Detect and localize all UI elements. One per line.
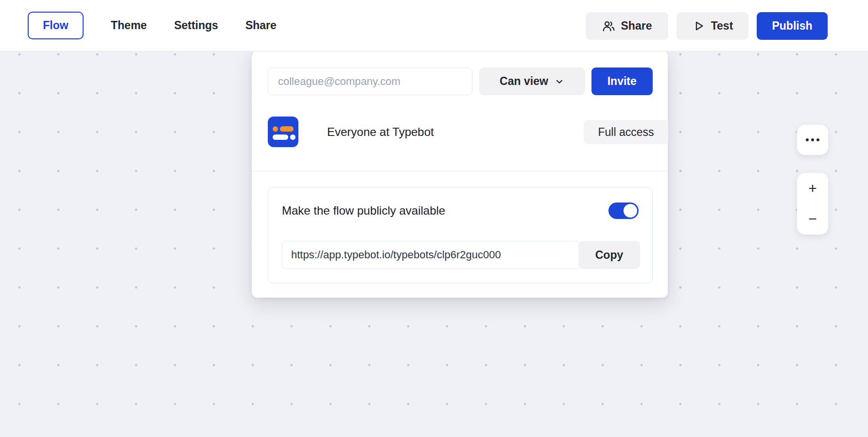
member-row: Everyone at Typebot Full access <box>268 117 653 147</box>
toggle-knob <box>624 204 637 218</box>
access-level-badge: Full access <box>584 120 668 144</box>
people-icon <box>602 19 615 33</box>
popover-divider <box>252 171 668 171</box>
editor-tabs: Flow Theme Settings Share <box>0 12 277 39</box>
public-url-input[interactable] <box>282 241 578 269</box>
header-actions: Share Test Publish <box>586 0 828 51</box>
zoom-out-button[interactable]: − <box>797 204 828 235</box>
tab-share[interactable]: Share <box>245 19 277 32</box>
invite-email-input[interactable] <box>268 67 472 95</box>
public-toggle-label: Make the flow publicly available <box>282 204 445 218</box>
zoom-in-button[interactable]: + <box>797 173 828 204</box>
copy-url-button[interactable]: Copy <box>578 241 640 269</box>
public-url-row: Copy <box>282 241 640 269</box>
zoom-controls: + − <box>797 173 828 235</box>
ellipsis-icon <box>811 138 814 141</box>
member-name: Everyone at Typebot <box>327 125 434 139</box>
typebot-editor: + − Flow Theme Settings Share Share <box>0 0 868 437</box>
ellipsis-icon <box>816 138 819 141</box>
share-button[interactable]: Share <box>586 12 668 40</box>
test-button[interactable]: Test <box>677 12 748 40</box>
role-select-button[interactable]: Can view <box>479 67 585 95</box>
tab-settings[interactable]: Settings <box>174 19 218 32</box>
test-button-label: Test <box>711 19 733 33</box>
tab-theme[interactable]: Theme <box>111 19 147 32</box>
public-availability-toggle[interactable] <box>608 202 639 219</box>
public-availability-card: Make the flow publicly available Copy <box>268 187 653 283</box>
play-icon <box>692 19 705 33</box>
tab-flow[interactable]: Flow <box>28 12 84 39</box>
top-navigation-bar: Flow Theme Settings Share Share Test <box>0 0 868 51</box>
share-popover: Can view Invite Everyone at Typebot Full… <box>252 50 668 298</box>
invite-row: Can view Invite <box>268 67 653 95</box>
more-options-button[interactable] <box>797 125 828 155</box>
ellipsis-icon <box>806 138 809 141</box>
role-select-label: Can view <box>500 75 548 88</box>
chevron-down-icon <box>554 76 565 87</box>
invite-button[interactable]: Invite <box>591 67 653 95</box>
publish-button[interactable]: Publish <box>757 12 828 40</box>
typebot-logo-icon <box>268 117 298 147</box>
share-button-label: Share <box>621 19 652 33</box>
